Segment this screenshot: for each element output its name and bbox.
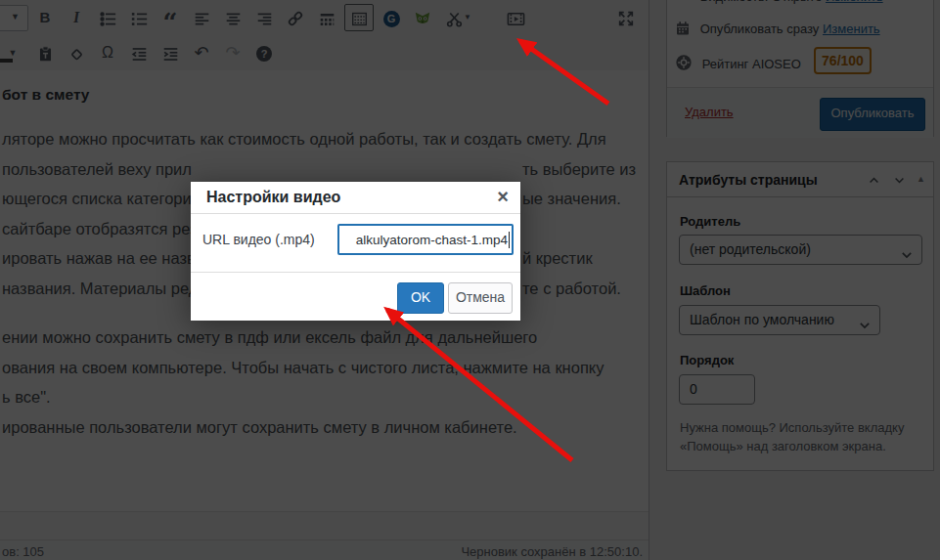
cancel-button[interactable]: Отмена <box>448 282 513 314</box>
modal-footer: OK Отмена <box>191 272 520 321</box>
text-cursor <box>509 232 510 248</box>
video-url-value: alkulyatorom-chast-1.mp4 <box>356 233 508 247</box>
modal-header: Настройки видео × <box>191 182 520 214</box>
video-settings-modal: Настройки видео × URL видео (.mp4) alkul… <box>191 182 520 321</box>
modal-title: Настройки видео <box>206 189 340 206</box>
video-url-input[interactable]: alkulyatorom-chast-1.mp4 <box>337 224 514 255</box>
ok-button[interactable]: OK <box>397 282 444 314</box>
close-icon[interactable]: × <box>497 186 509 208</box>
url-label: URL видео (.mp4) <box>202 232 315 247</box>
